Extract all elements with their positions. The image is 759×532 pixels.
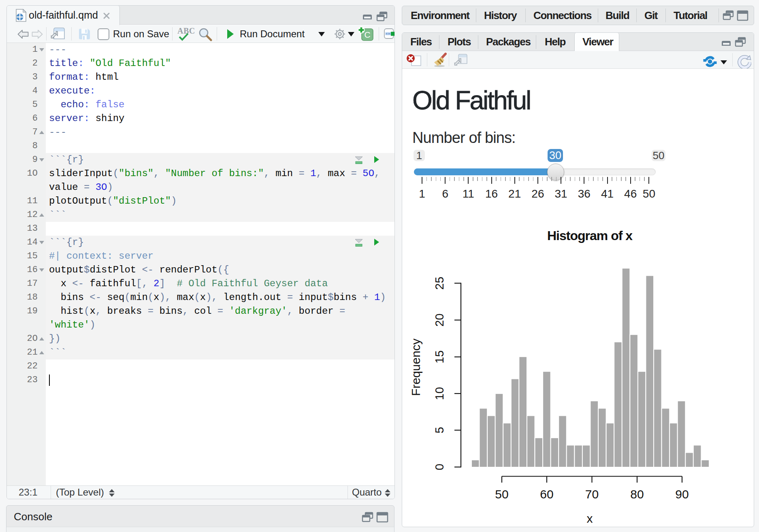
svg-text:Histogram of x: Histogram of x — [547, 228, 633, 243]
svg-text:90: 90 — [675, 487, 689, 501]
svg-text:0: 0 — [433, 464, 446, 470]
svg-text:10: 10 — [433, 387, 446, 400]
svg-text:Frequency: Frequency — [409, 338, 422, 396]
svg-text:15: 15 — [433, 350, 446, 363]
svg-text:70: 70 — [585, 487, 599, 501]
svg-text:5: 5 — [433, 427, 446, 433]
svg-text:25: 25 — [433, 277, 446, 289]
svg-text:50: 50 — [495, 487, 508, 501]
svg-text:C: C — [364, 30, 370, 39]
svg-text:60: 60 — [540, 487, 553, 501]
svg-text:x: x — [587, 512, 593, 525]
svg-text:20: 20 — [433, 313, 446, 326]
svg-text:80: 80 — [630, 487, 644, 501]
